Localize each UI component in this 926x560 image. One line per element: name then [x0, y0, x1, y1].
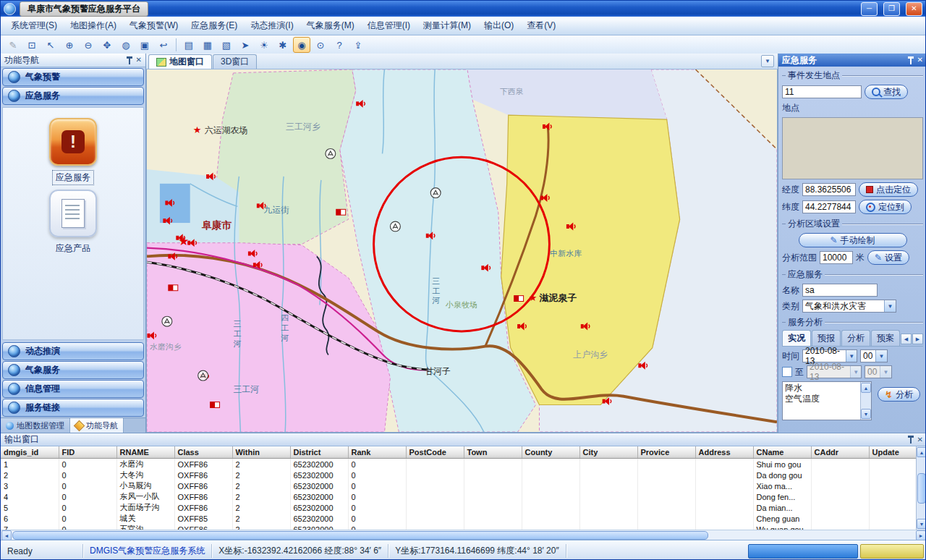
- chevron-down-icon[interactable]: ▼: [846, 350, 857, 362]
- latitude-input[interactable]: [802, 200, 856, 213]
- place-listbox[interactable]: [782, 117, 923, 179]
- table-row[interactable]: 10水磨沟OXFF8626523020000Shui mo gou: [1, 459, 926, 470]
- click-locate-button[interactable]: 点击定位: [859, 182, 918, 197]
- tab-map-data-management[interactable]: 地图数据管理: [1, 418, 70, 433]
- scroll-left-icon[interactable]: ◄: [1, 530, 12, 540]
- restore-button[interactable]: ❐: [883, 2, 900, 16]
- set-range-button[interactable]: ✎ 设置: [867, 250, 909, 265]
- tab-function-navigation[interactable]: 功能导航: [70, 418, 124, 433]
- event-location-input[interactable]: [782, 85, 862, 98]
- full-extent-icon[interactable]: ◍: [117, 37, 135, 53]
- menu-item[interactable]: 查看(V): [520, 17, 562, 35]
- minimize-button[interactable]: ─: [861, 2, 878, 16]
- table-vertical-scrollbar[interactable]: ▲ ▼: [916, 446, 926, 530]
- column-header[interactable]: FID: [59, 446, 116, 459]
- flag-marker[interactable]: [211, 402, 220, 408]
- date-to-combo[interactable]: 2010-08-13 ▼: [807, 365, 862, 378]
- select-pointer-icon[interactable]: ↖: [42, 37, 59, 53]
- table-row[interactable]: 50大面场子沟OXFF8626523020000Da mian...: [1, 502, 926, 513]
- flag-marker[interactable]: [336, 209, 346, 215]
- column-header[interactable]: CAddr: [811, 446, 869, 459]
- settings-gear-icon[interactable]: ✱: [274, 37, 292, 53]
- column-header[interactable]: RNAME: [116, 446, 174, 459]
- scroll-right-icon[interactable]: ▶: [912, 334, 923, 344]
- sidebar-item-service-links[interactable]: 服务链接: [2, 399, 144, 417]
- hour-to-combo[interactable]: 00 ▼: [865, 365, 892, 378]
- product-label[interactable]: 应急服务: [52, 170, 94, 185]
- export-icon[interactable]: ⇪: [349, 37, 367, 53]
- menu-item[interactable]: 气象预警(W): [123, 17, 184, 35]
- menu-item[interactable]: 系统管理(S): [4, 17, 64, 35]
- tab-plan[interactable]: 预案: [871, 330, 900, 346]
- column-header[interactable]: Class: [174, 446, 232, 459]
- service-name-input[interactable]: [802, 284, 878, 297]
- tab-forecast[interactable]: 预报: [812, 330, 841, 346]
- tab-live[interactable]: 实况: [782, 330, 811, 346]
- flag-marker[interactable]: [514, 296, 524, 302]
- camp-marker[interactable]: [198, 370, 208, 381]
- zoom-in-icon[interactable]: ⊕: [61, 37, 78, 53]
- menu-item[interactable]: 信息管理(I): [361, 17, 417, 35]
- column-header[interactable]: City: [579, 446, 637, 459]
- menu-item[interactable]: 地图操作(A): [64, 17, 123, 35]
- sidebar-item-info-management[interactable]: 信息管理: [2, 380, 144, 398]
- visibility-eye-icon[interactable]: ⊙: [312, 37, 329, 53]
- pin-icon[interactable]: [907, 436, 914, 444]
- scroll-up-icon[interactable]: ▲: [861, 383, 871, 393]
- table-row[interactable]: 60城关OXFF8526523020000Cheng guan: [1, 513, 926, 524]
- pin-icon[interactable]: [907, 56, 914, 64]
- close-panel-icon[interactable]: ✕: [917, 436, 923, 444]
- column-header[interactable]: dmgis_id: [1, 446, 59, 459]
- pan-icon[interactable]: ✥: [98, 37, 116, 53]
- window-list-dropdown[interactable]: ▼: [761, 55, 774, 67]
- camp-marker[interactable]: [390, 221, 400, 232]
- sidebar-item-weather-warning[interactable]: 气象预警: [2, 68, 144, 86]
- column-header[interactable]: CName: [753, 446, 811, 459]
- column-header[interactable]: Address: [695, 446, 753, 459]
- print-icon[interactable]: ▧: [218, 37, 235, 53]
- column-header[interactable]: Town: [464, 446, 522, 459]
- column-header[interactable]: Provice: [637, 446, 695, 459]
- emergency-service-product-button[interactable]: !: [49, 118, 97, 166]
- analyze-button[interactable]: ↯ 分析: [878, 387, 920, 402]
- zoom-window-icon[interactable]: ▣: [136, 37, 153, 53]
- flag-marker[interactable]: [169, 285, 178, 291]
- star-marker[interactable]: ★: [193, 124, 202, 135]
- star-marker[interactable]: ★: [529, 292, 538, 303]
- tab-map-window[interactable]: 地图窗口: [148, 54, 212, 69]
- menu-item[interactable]: 测量计算(M): [417, 17, 477, 35]
- table-horizontal-scrollbar[interactable]: ◄ ►: [1, 530, 926, 540]
- chevron-down-icon[interactable]: ▼: [875, 350, 887, 362]
- copy-image-icon[interactable]: ▦: [199, 37, 216, 53]
- scroll-down-icon[interactable]: ▼: [917, 519, 926, 529]
- scroll-down-icon[interactable]: ▼: [861, 409, 871, 419]
- list-item[interactable]: 降水: [785, 383, 858, 394]
- locate-to-button[interactable]: 定位到: [859, 200, 912, 214]
- close-panel-icon[interactable]: ✕: [136, 56, 142, 64]
- zoom-out-icon[interactable]: ⊖: [80, 37, 97, 53]
- range-input[interactable]: [820, 251, 853, 264]
- element-listbox[interactable]: 降水空气温度 ▲ ▼: [782, 381, 872, 420]
- column-header[interactable]: PostCode: [406, 446, 464, 459]
- table-row[interactable]: 70五官沟OXFF8626523020000Wu guan gou: [1, 524, 926, 530]
- select-features-icon[interactable]: ⊡: [23, 37, 41, 53]
- map-canvas[interactable]: ★★★六运湖农场三工河乡下西泉阜康市九运街滋泥泉子中新水库小泉牧场上户沟乡甘河子…: [146, 69, 778, 433]
- find-button[interactable]: 查找: [865, 85, 908, 99]
- scroll-left-icon[interactable]: ◀: [901, 334, 912, 344]
- map-svg[interactable]: ★★★六运湖农场三工河乡下西泉阜康市九运街滋泥泉子中新水库小泉牧场上户沟乡甘河子…: [147, 69, 777, 432]
- column-header[interactable]: District: [290, 446, 348, 459]
- star-marker[interactable]: ★: [178, 234, 189, 248]
- sidebar-item-dynamic-deduction[interactable]: 动态推演: [2, 342, 144, 360]
- tab-analysis[interactable]: 分析: [841, 330, 870, 346]
- listbox-scrollbar[interactable]: ▲ ▼: [860, 382, 871, 420]
- hour-from-combo[interactable]: 00 ▼: [860, 349, 888, 362]
- column-header[interactable]: Within: [232, 446, 290, 459]
- table-row[interactable]: 40东风一小队OXFF8626523020000Dong fen...: [1, 491, 926, 502]
- to-checkbox[interactable]: [782, 367, 792, 377]
- previous-extent-icon[interactable]: ↩: [155, 37, 172, 53]
- menu-item[interactable]: 输出(O): [477, 17, 520, 35]
- pin-icon[interactable]: [126, 56, 133, 64]
- chevron-down-icon[interactable]: ▼: [884, 300, 896, 312]
- edit-pencil-icon[interactable]: ✎: [4, 37, 22, 53]
- close-panel-icon[interactable]: ✕: [917, 56, 923, 64]
